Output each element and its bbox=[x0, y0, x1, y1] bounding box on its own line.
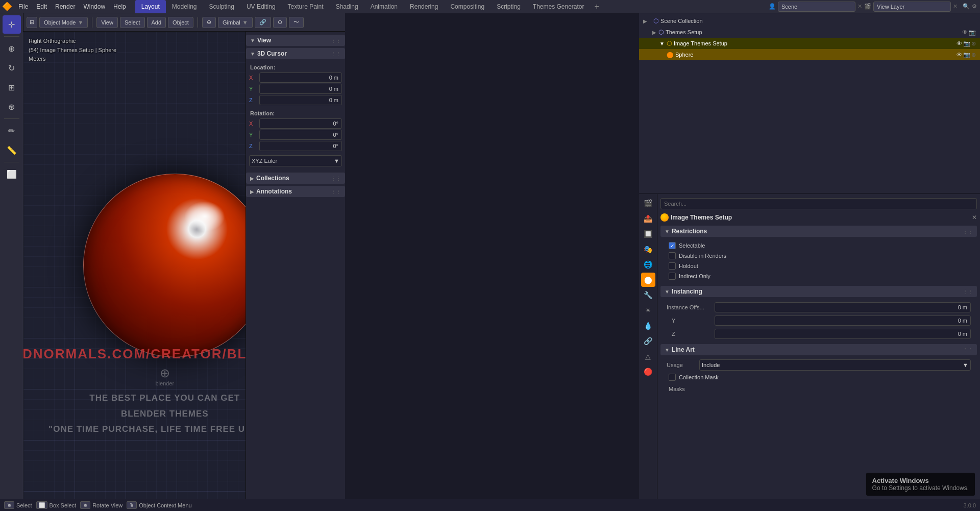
blender-logo: ⊕ bbox=[160, 366, 170, 380]
image-themes-eye-btn[interactable]: 👁 bbox=[957, 40, 962, 47]
menu-file[interactable]: File bbox=[14, 0, 32, 13]
tab-themes-generator[interactable]: Themes Generator bbox=[527, 0, 591, 13]
object-mode-btn[interactable]: Object Mode ▼ bbox=[39, 17, 88, 28]
grid-icon-btn[interactable]: ⊞ bbox=[27, 17, 37, 28]
gimbal-btn[interactable]: Gimbal ▼ bbox=[218, 17, 253, 28]
rotate-tool[interactable]: ↻ bbox=[3, 59, 21, 77]
view-layer-close-btn[interactable]: ✕ bbox=[953, 3, 958, 10]
outliner-scene-collection[interactable]: ▶ ⬡ Scene Collection bbox=[639, 15, 980, 27]
view-section-header[interactable]: ▼ View ⋮⋮ bbox=[246, 35, 345, 46]
tab-shading[interactable]: Shading bbox=[330, 0, 364, 13]
scene-close-btn[interactable]: ✕ bbox=[857, 3, 862, 10]
disable-renders-checkbox[interactable] bbox=[669, 252, 676, 259]
holdout-checkbox[interactable] bbox=[669, 262, 676, 270]
snap-btn[interactable]: 🔗 bbox=[255, 17, 271, 28]
transform-tool[interactable]: ⊛ bbox=[3, 98, 21, 116]
tab-texture-paint[interactable]: Texture Paint bbox=[282, 0, 330, 13]
tab-rendering[interactable]: Rendering bbox=[404, 0, 444, 13]
search-icon[interactable]: 🔍 bbox=[963, 3, 970, 10]
tab-modeling[interactable]: Modeling bbox=[166, 0, 203, 13]
image-themes-render-btn[interactable]: 📷 bbox=[963, 40, 970, 47]
filter-icon[interactable]: ⚙ bbox=[972, 3, 977, 10]
props-tab-physics[interactable]: 💧 bbox=[641, 319, 655, 333]
themes-render-btn[interactable]: 📷 bbox=[969, 29, 976, 36]
tab-animation[interactable]: Animation bbox=[364, 0, 404, 13]
instancing-content: Instance Offs... 0 m Y 0 m Z 0 m bbox=[660, 299, 977, 342]
indirect-only-checkbox[interactable] bbox=[669, 273, 676, 280]
props-tab-data[interactable]: △ bbox=[641, 349, 655, 363]
outliner-sphere[interactable]: ⬤ Sphere 👁 📷 ⊛ bbox=[639, 49, 980, 60]
props-tab-constraints[interactable]: 🔗 bbox=[641, 334, 655, 348]
instancing-section-header[interactable]: ▼ Instancing ⋮⋮ bbox=[660, 286, 977, 297]
scene-selector[interactable] bbox=[778, 2, 855, 12]
instance-x-val[interactable]: 0 m bbox=[715, 302, 971, 312]
cursor-rx-val[interactable]: 0° bbox=[259, 118, 342, 129]
cursor-tool[interactable]: ✛ bbox=[3, 15, 21, 34]
rotation-mode-dropdown[interactable]: XYZ Euler ▼ bbox=[249, 155, 342, 166]
outliner-image-themes-setup[interactable]: ▼ ⬡ Image Themes Setup 👁 📷 ⊛ bbox=[639, 38, 980, 49]
props-tab-world[interactable]: 🌐 bbox=[641, 257, 655, 272]
sphere-render-btn[interactable]: 📷 bbox=[963, 52, 970, 58]
menu-edit[interactable]: Edit bbox=[32, 0, 51, 13]
transform-icon[interactable]: ⊕ bbox=[202, 17, 216, 28]
props-tab-render[interactable]: 🎬 bbox=[641, 196, 655, 210]
props-tab-particles[interactable]: ✴ bbox=[641, 303, 655, 318]
sphere-eye-btn[interactable]: 👁 bbox=[957, 52, 962, 58]
instance-z-val[interactable]: 0 m bbox=[715, 329, 971, 339]
restrictions-section-header[interactable]: ▼ Restrictions ⋮⋮ bbox=[660, 226, 977, 237]
selectable-checkbox[interactable]: ✓ bbox=[669, 242, 676, 249]
view-layer-selector[interactable] bbox=[873, 2, 951, 12]
props-obj-close-btn[interactable]: ✕ bbox=[972, 214, 977, 221]
outliner-themes-setup[interactable]: ▶ ⬡ Themes Setup 👁 📷 bbox=[639, 27, 980, 38]
usage-dropdown[interactable]: Include ▼ bbox=[699, 359, 971, 371]
scale-tool[interactable]: ⊞ bbox=[3, 78, 21, 96]
line-art-section-header[interactable]: ▼ Line Art ⋮⋮ bbox=[660, 344, 977, 355]
add-btn[interactable]: Add bbox=[147, 17, 166, 28]
object-btn[interactable]: Object bbox=[168, 17, 193, 28]
select-status-item[interactable]: 🖱 Select bbox=[4, 501, 32, 509]
line-art-title: Line Art bbox=[672, 346, 695, 353]
divider-2 bbox=[198, 17, 198, 28]
cursor-x-val[interactable]: 0 m bbox=[259, 72, 342, 83]
view-btn[interactable]: View bbox=[96, 17, 118, 28]
annotate-tool[interactable]: ✏ bbox=[3, 121, 21, 140]
tab-compositing[interactable]: Compositing bbox=[444, 0, 491, 13]
add-workspace-button[interactable]: + bbox=[591, 2, 603, 11]
tab-sculpting[interactable]: Sculpting bbox=[203, 0, 240, 13]
cursor-z-val[interactable]: 0 m bbox=[259, 95, 342, 105]
tab-layout[interactable]: Layout bbox=[135, 0, 166, 13]
add-primitive-tool[interactable]: ⬜ bbox=[3, 165, 21, 183]
cursor-y-val[interactable]: 0 m bbox=[259, 84, 342, 94]
props-content-area: Image Themes Setup ✕ ▼ Restrictions ⋮⋮ ✓… bbox=[657, 194, 980, 499]
props-tab-scene[interactable]: 🎭 bbox=[641, 242, 655, 256]
instance-y-val[interactable]: 0 m bbox=[715, 315, 971, 326]
menu-window[interactable]: Window bbox=[79, 0, 109, 13]
tab-scripting[interactable]: Scripting bbox=[491, 0, 527, 13]
context-menu-status-item[interactable]: 🖱 Object Context Menu bbox=[127, 501, 191, 509]
select-btn[interactable]: Select bbox=[120, 17, 145, 28]
props-tab-output[interactable]: 📤 bbox=[641, 211, 655, 226]
curve-btn[interactable]: 〜 bbox=[289, 17, 304, 28]
props-search[interactable] bbox=[660, 198, 977, 209]
cursor-section-header[interactable]: ▼ 3D Cursor ⋮⋮ bbox=[246, 48, 345, 59]
rotate-status-item[interactable]: 🖱 Rotate View bbox=[80, 501, 122, 509]
cursor-rz-val[interactable]: 0° bbox=[259, 141, 342, 151]
sphere-extra-btn[interactable]: ⊛ bbox=[971, 52, 976, 58]
props-tab-material[interactable]: 🔴 bbox=[641, 364, 655, 379]
props-tab-modifiers[interactable]: 🔧 bbox=[641, 288, 655, 302]
box-select-status-item[interactable]: ⬜ Box Select bbox=[36, 501, 77, 509]
measure-tool[interactable]: 📏 bbox=[3, 141, 21, 159]
tab-uv-editing[interactable]: UV Editing bbox=[240, 0, 282, 13]
collection-mask-checkbox[interactable] bbox=[669, 374, 676, 381]
proportional-btn[interactable]: ⊙ bbox=[273, 17, 287, 28]
image-themes-extra-btn[interactable]: ⊛ bbox=[971, 40, 976, 47]
props-tab-view-layer[interactable]: 🔲 bbox=[641, 227, 655, 241]
themes-eye-btn[interactable]: 👁 bbox=[962, 29, 968, 36]
collections-section-header[interactable]: ▶ Collections ⋮⋮ bbox=[246, 173, 345, 184]
props-tab-object[interactable]: ⬤ bbox=[641, 273, 655, 287]
annotations-section-header[interactable]: ▶ Annotations ⋮⋮ bbox=[246, 186, 345, 197]
cursor-ry-val[interactable]: 0° bbox=[259, 130, 342, 140]
move-tool[interactable]: ⊕ bbox=[3, 39, 21, 58]
menu-render[interactable]: Render bbox=[51, 0, 79, 13]
menu-help[interactable]: Help bbox=[109, 0, 130, 13]
